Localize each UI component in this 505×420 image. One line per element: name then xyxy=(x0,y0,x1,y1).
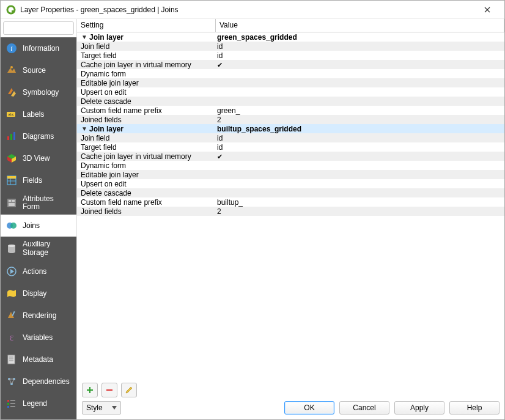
edit-join-button[interactable] xyxy=(121,383,137,397)
sidebar-item-label: Metadata xyxy=(23,355,53,364)
svg-line-39 xyxy=(12,379,14,384)
apply-button[interactable]: Apply xyxy=(394,401,444,414)
join-property-row[interactable]: Join fieldid xyxy=(77,42,504,51)
column-header-value[interactable]: Value xyxy=(216,19,504,32)
property-value: ✔ xyxy=(216,152,504,161)
svg-rect-11 xyxy=(7,136,9,140)
join-property-row[interactable]: Delete cascade xyxy=(77,97,504,106)
property-label: Dynamic form xyxy=(81,161,126,170)
sidebar-item-diagrams[interactable]: Diagrams xyxy=(1,125,76,147)
sidebar-item-legend[interactable]: Legend xyxy=(1,392,76,414)
3dview-icon xyxy=(6,152,18,164)
property-value: 2 xyxy=(216,207,504,216)
joins-icon xyxy=(6,219,18,232)
join-group-value: green_spaces_gridded xyxy=(216,33,504,42)
joins-tree[interactable]: ▼Join layergreen_spaces_griddedJoin fiel… xyxy=(77,32,504,379)
join-property-row[interactable]: Target fieldid xyxy=(77,51,504,60)
sidebar-search-input[interactable] xyxy=(3,21,74,35)
property-label: Target field xyxy=(81,143,117,152)
sidebar: iInformationSourceSymbologyabcLabelsDiag… xyxy=(1,19,76,419)
sidebar-item-label: AttributesForm xyxy=(23,195,54,211)
join-property-row[interactable]: Dynamic form xyxy=(77,69,504,78)
collapse-icon[interactable]: ▼ xyxy=(81,125,88,132)
qgis-icon xyxy=(6,4,17,15)
join-property-row[interactable]: Upsert on edit xyxy=(77,87,504,97)
svg-line-38 xyxy=(9,379,12,384)
sidebar-item-auxiliary-storage[interactable]: AuxiliaryStorage xyxy=(1,237,76,260)
join-property-row[interactable]: Editable join layer xyxy=(77,78,504,87)
join-property-row[interactable]: Target fieldid xyxy=(77,142,504,152)
style-menu-button[interactable]: Style xyxy=(82,401,121,414)
sidebar-item-labels[interactable]: abcLabels xyxy=(1,103,76,125)
property-label: Join field xyxy=(81,134,109,142)
sidebar-item-information[interactable]: iInformation xyxy=(1,37,76,59)
sidebar-item-fields[interactable]: Fields xyxy=(1,169,76,191)
svg-rect-28 xyxy=(12,311,15,316)
join-property-row[interactable]: Joined fields2 xyxy=(77,207,504,216)
join-property-row[interactable]: Cache join layer in virtual memory✔ xyxy=(77,152,504,161)
sidebar-item-source[interactable]: Source xyxy=(1,59,76,81)
ok-button[interactable]: OK xyxy=(284,401,334,414)
sidebar-item-attributes-form[interactable]: AttributesForm xyxy=(1,191,76,215)
property-label: Target field xyxy=(81,51,117,60)
sidebar-item-label: Rendering xyxy=(23,311,56,320)
sidebar-item-joins[interactable]: Joins xyxy=(1,215,76,237)
sidebar-item-symbology[interactable]: Symbology xyxy=(1,81,76,103)
join-property-row[interactable]: Dynamic form xyxy=(77,161,504,170)
svg-rect-41 xyxy=(7,403,9,405)
sidebar-item-metadata[interactable]: Metadata xyxy=(1,348,76,370)
svg-rect-1 xyxy=(12,10,15,12)
join-property-row[interactable]: Delete cascade xyxy=(77,188,504,197)
join-property-row[interactable]: Join fieldid xyxy=(77,133,504,142)
join-group[interactable]: ▼Join layerbuiltup_spaces_gridded xyxy=(77,124,504,133)
symbology-icon xyxy=(6,86,18,98)
join-property-row[interactable]: Cache join layer in virtual memory✔ xyxy=(77,60,504,69)
sidebar-nav: iInformationSourceSymbologyabcLabelsDiag… xyxy=(1,37,76,419)
sidebar-item-variables[interactable]: εVariables xyxy=(1,326,76,348)
svg-text:ε: ε xyxy=(10,332,14,342)
sidebar-item-label: Labels xyxy=(23,110,44,119)
sidebar-item-3dview[interactable]: 3D View xyxy=(1,147,76,169)
metadata-icon xyxy=(6,353,18,366)
join-property-row[interactable]: Custom field name prefixgreen_ xyxy=(77,106,504,115)
sidebar-item-rendering[interactable]: Rendering xyxy=(1,304,76,326)
join-group[interactable]: ▼Join layergreen_spaces_gridded xyxy=(77,32,504,42)
sidebar-item-display[interactable]: Display xyxy=(1,282,76,304)
dependencies-icon xyxy=(6,375,18,388)
sidebar-item-actions[interactable]: Actions xyxy=(1,260,76,282)
close-button[interactable] xyxy=(475,1,499,18)
join-property-row[interactable]: Joined fields2 xyxy=(77,115,504,124)
sidebar-item-label: Actions xyxy=(23,267,46,276)
add-join-button[interactable] xyxy=(82,383,98,397)
check-icon: ✔ xyxy=(217,153,223,160)
property-label: Dynamic form xyxy=(81,70,126,78)
property-value: ✔ xyxy=(216,61,504,69)
window-title: Layer Properties - green_spaces_gridded … xyxy=(20,6,475,14)
column-header-setting[interactable]: Setting xyxy=(77,19,216,32)
tree-header: Setting Value xyxy=(77,19,504,32)
property-value: green_ xyxy=(216,106,504,115)
svg-rect-20 xyxy=(9,200,11,202)
join-property-row[interactable]: Editable join layer xyxy=(77,170,504,179)
svg-rect-30 xyxy=(8,355,15,364)
join-group-label: Join layer xyxy=(89,33,123,42)
property-label: Upsert on edit xyxy=(81,88,127,97)
property-value: id xyxy=(216,143,504,152)
help-button[interactable]: Help xyxy=(449,401,499,414)
sidebar-item-label: Dependencies xyxy=(23,377,70,386)
join-property-row[interactable]: Upsert on edit xyxy=(77,179,504,188)
remove-join-button[interactable] xyxy=(101,383,117,397)
collapse-icon[interactable]: ▼ xyxy=(81,34,88,40)
sidebar-search-wrap xyxy=(1,19,76,37)
sidebar-item-label: Display xyxy=(23,289,46,298)
sidebar-item-dependencies[interactable]: Dependencies xyxy=(1,370,76,392)
cancel-button[interactable]: Cancel xyxy=(339,401,389,414)
display-icon xyxy=(6,287,18,300)
property-label: Cache join layer in virtual memory xyxy=(81,152,191,161)
auxiliary-storage-icon xyxy=(6,243,18,255)
property-label: Editable join layer xyxy=(81,79,139,87)
property-value: id xyxy=(216,134,504,142)
join-property-row[interactable]: Custom field name prefixbuiltup_ xyxy=(77,197,504,207)
sidebar-item-label: Variables xyxy=(23,333,53,342)
svg-point-24 xyxy=(10,223,17,229)
